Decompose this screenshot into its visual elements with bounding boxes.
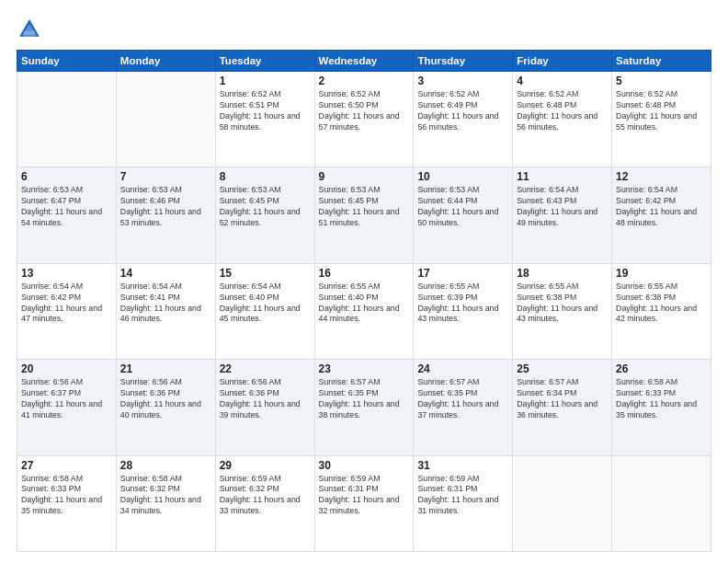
day-number: 19	[616, 267, 707, 280]
calendar-cell: 23Sunrise: 6:57 AMSunset: 6:35 PMDayligh…	[314, 360, 414, 455]
calendar-cell: 15Sunrise: 6:54 AMSunset: 6:40 PMDayligh…	[215, 263, 314, 359]
day-info: Sunrise: 6:59 AMSunset: 6:31 PMDaylight:…	[417, 474, 508, 518]
day-number: 8	[220, 170, 311, 183]
day-info: Sunrise: 6:52 AMSunset: 6:48 PMDaylight:…	[517, 89, 608, 133]
day-info: Sunrise: 6:57 AMSunset: 6:34 PMDaylight:…	[517, 377, 608, 421]
calendar-cell: 17Sunrise: 6:55 AMSunset: 6:39 PMDayligh…	[414, 263, 513, 359]
calendar-row: 20Sunrise: 6:56 AMSunset: 6:37 PMDayligh…	[17, 360, 711, 455]
day-info: Sunrise: 6:55 AMSunset: 6:39 PMDaylight:…	[417, 282, 508, 326]
calendar-cell: 30Sunrise: 6:59 AMSunset: 6:31 PMDayligh…	[314, 455, 414, 551]
calendar-row: 6Sunrise: 6:53 AMSunset: 6:47 PMDaylight…	[17, 167, 711, 263]
day-info: Sunrise: 6:54 AMSunset: 6:42 PMDaylight:…	[616, 185, 707, 229]
day-number: 22	[220, 362, 311, 375]
day-number: 31	[417, 459, 508, 472]
calendar-cell: 6Sunrise: 6:53 AMSunset: 6:47 PMDaylight…	[17, 167, 117, 263]
day-info: Sunrise: 6:52 AMSunset: 6:49 PMDaylight:…	[417, 89, 508, 133]
day-info: Sunrise: 6:53 AMSunset: 6:47 PMDaylight:…	[21, 185, 112, 229]
day-number: 10	[417, 170, 508, 183]
day-number: 27	[21, 459, 112, 472]
day-number: 16	[319, 267, 410, 280]
day-info: Sunrise: 6:54 AMSunset: 6:42 PMDaylight:…	[21, 282, 112, 326]
day-number: 7	[120, 170, 211, 183]
day-info: Sunrise: 6:56 AMSunset: 6:36 PMDaylight:…	[120, 377, 211, 421]
day-number: 18	[517, 267, 608, 280]
page: SundayMondayTuesdayWednesdayThursdayFrid…	[0, 0, 728, 563]
day-info: Sunrise: 6:53 AMSunset: 6:45 PMDaylight:…	[319, 185, 410, 229]
calendar-cell: 1Sunrise: 6:52 AMSunset: 6:51 PMDaylight…	[215, 72, 314, 167]
day-info: Sunrise: 6:58 AMSunset: 6:33 PMDaylight:…	[616, 377, 707, 421]
day-info: Sunrise: 6:54 AMSunset: 6:40 PMDaylight:…	[220, 282, 311, 326]
calendar-cell: 3Sunrise: 6:52 AMSunset: 6:49 PMDaylight…	[414, 72, 513, 167]
calendar-cell	[17, 72, 117, 167]
day-info: Sunrise: 6:59 AMSunset: 6:31 PMDaylight:…	[319, 474, 410, 518]
day-info: Sunrise: 6:52 AMSunset: 6:50 PMDaylight:…	[319, 89, 410, 133]
calendar-row: 13Sunrise: 6:54 AMSunset: 6:42 PMDayligh…	[17, 263, 711, 359]
calendar-header-row: SundayMondayTuesdayWednesdayThursdayFrid…	[17, 51, 711, 72]
day-number: 1	[220, 75, 311, 87]
day-info: Sunrise: 6:57 AMSunset: 6:35 PMDaylight:…	[417, 377, 508, 421]
day-number: 20	[21, 362, 112, 375]
day-number: 25	[517, 362, 608, 375]
day-number: 13	[21, 267, 112, 280]
calendar-cell: 26Sunrise: 6:58 AMSunset: 6:33 PMDayligh…	[612, 360, 711, 455]
calendar-cell: 8Sunrise: 6:53 AMSunset: 6:45 PMDaylight…	[215, 167, 314, 263]
calendar-row: 27Sunrise: 6:58 AMSunset: 6:33 PMDayligh…	[17, 455, 711, 551]
weekday-header: Monday	[116, 51, 215, 72]
day-number: 9	[319, 170, 410, 183]
calendar-cell: 10Sunrise: 6:53 AMSunset: 6:44 PMDayligh…	[414, 167, 513, 263]
calendar-cell: 9Sunrise: 6:53 AMSunset: 6:45 PMDaylight…	[314, 167, 414, 263]
day-info: Sunrise: 6:59 AMSunset: 6:32 PMDaylight:…	[220, 474, 311, 518]
day-info: Sunrise: 6:57 AMSunset: 6:35 PMDaylight:…	[319, 377, 410, 421]
day-info: Sunrise: 6:58 AMSunset: 6:33 PMDaylight:…	[21, 474, 112, 518]
calendar-cell: 7Sunrise: 6:53 AMSunset: 6:46 PMDaylight…	[116, 167, 215, 263]
day-number: 21	[120, 362, 211, 375]
calendar-table: SundayMondayTuesdayWednesdayThursdayFrid…	[17, 50, 711, 552]
day-number: 15	[220, 267, 311, 280]
calendar-cell: 4Sunrise: 6:52 AMSunset: 6:48 PMDaylight…	[513, 72, 612, 167]
svg-rect-2	[24, 31, 35, 37]
calendar-cell	[612, 455, 711, 551]
day-number: 4	[517, 75, 608, 87]
day-number: 30	[319, 459, 410, 472]
weekday-header: Tuesday	[215, 51, 314, 72]
day-number: 2	[319, 75, 410, 87]
weekday-header: Saturday	[612, 51, 711, 72]
calendar-cell: 21Sunrise: 6:56 AMSunset: 6:36 PMDayligh…	[116, 360, 215, 455]
day-info: Sunrise: 6:55 AMSunset: 6:38 PMDaylight:…	[616, 282, 707, 326]
calendar-cell: 5Sunrise: 6:52 AMSunset: 6:48 PMDaylight…	[612, 72, 711, 167]
day-number: 17	[417, 267, 508, 280]
weekday-header: Sunday	[17, 51, 117, 72]
calendar-cell: 12Sunrise: 6:54 AMSunset: 6:42 PMDayligh…	[612, 167, 711, 263]
calendar-row: 1Sunrise: 6:52 AMSunset: 6:51 PMDaylight…	[17, 72, 711, 167]
calendar-cell: 18Sunrise: 6:55 AMSunset: 6:38 PMDayligh…	[513, 263, 612, 359]
calendar-cell: 2Sunrise: 6:52 AMSunset: 6:50 PMDaylight…	[314, 72, 414, 167]
day-number: 12	[616, 170, 707, 183]
day-number: 6	[21, 170, 112, 183]
day-info: Sunrise: 6:53 AMSunset: 6:45 PMDaylight:…	[220, 185, 311, 229]
calendar-cell: 24Sunrise: 6:57 AMSunset: 6:35 PMDayligh…	[414, 360, 513, 455]
calendar-cell: 29Sunrise: 6:59 AMSunset: 6:32 PMDayligh…	[215, 455, 314, 551]
day-number: 5	[616, 75, 707, 87]
day-info: Sunrise: 6:53 AMSunset: 6:44 PMDaylight:…	[417, 185, 508, 229]
day-number: 26	[616, 362, 707, 375]
weekday-header: Wednesday	[314, 51, 414, 72]
day-info: Sunrise: 6:53 AMSunset: 6:46 PMDaylight:…	[120, 185, 211, 229]
day-number: 3	[417, 75, 508, 87]
day-info: Sunrise: 6:52 AMSunset: 6:48 PMDaylight:…	[616, 89, 707, 133]
day-info: Sunrise: 6:56 AMSunset: 6:37 PMDaylight:…	[21, 377, 112, 421]
day-info: Sunrise: 6:55 AMSunset: 6:40 PMDaylight:…	[319, 282, 410, 326]
calendar-cell: 13Sunrise: 6:54 AMSunset: 6:42 PMDayligh…	[17, 263, 117, 359]
calendar-cell: 14Sunrise: 6:54 AMSunset: 6:41 PMDayligh…	[116, 263, 215, 359]
logo	[17, 17, 46, 42]
calendar-cell	[116, 72, 215, 167]
day-number: 29	[220, 459, 311, 472]
day-info: Sunrise: 6:58 AMSunset: 6:32 PMDaylight:…	[120, 474, 211, 518]
day-number: 24	[417, 362, 508, 375]
day-info: Sunrise: 6:52 AMSunset: 6:51 PMDaylight:…	[220, 89, 311, 133]
calendar-cell: 25Sunrise: 6:57 AMSunset: 6:34 PMDayligh…	[513, 360, 612, 455]
calendar-cell: 31Sunrise: 6:59 AMSunset: 6:31 PMDayligh…	[414, 455, 513, 551]
calendar-cell: 27Sunrise: 6:58 AMSunset: 6:33 PMDayligh…	[17, 455, 117, 551]
day-number: 14	[120, 267, 211, 280]
day-info: Sunrise: 6:54 AMSunset: 6:41 PMDaylight:…	[120, 282, 211, 326]
calendar-cell: 16Sunrise: 6:55 AMSunset: 6:40 PMDayligh…	[314, 263, 414, 359]
